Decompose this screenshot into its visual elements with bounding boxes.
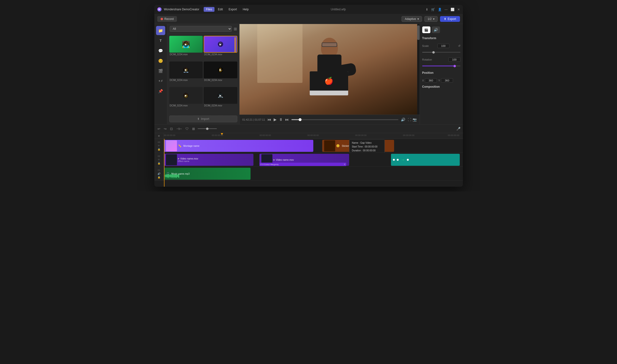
download-icon[interactable]: ⬇ (426, 8, 428, 11)
eye-icon2[interactable]: 👁 (158, 158, 160, 161)
filter-select[interactable]: All (170, 26, 232, 32)
import-button[interactable]: ⬆ Import (169, 116, 237, 122)
progress-thumb (299, 118, 302, 121)
x-label: X (422, 79, 424, 82)
rotation-label: Rotation (422, 58, 432, 61)
scale-label: Scale (422, 44, 429, 47)
rotation-slider[interactable] (422, 65, 460, 66)
progress-bar[interactable] (291, 119, 398, 120)
tab-audio[interactable]: 🔊 (432, 26, 440, 33)
track-row-03: 03 👁 🔒 ✏️ Montage name (154, 139, 463, 153)
import-icon: ⬆ (197, 117, 200, 121)
clip-video3[interactable]: → (391, 154, 460, 166)
trim-button[interactable]: ⊡ (169, 126, 174, 131)
scale-label: 1/2 (428, 17, 432, 21)
speaker-icon[interactable]: 🔊 (158, 172, 160, 175)
list-item[interactable]: 🧑‍💻 ▶ DCIM_0234.mov (169, 36, 203, 61)
wave-bar (172, 174, 172, 178)
y-label: Y (438, 79, 440, 82)
scale-dropdown[interactable]: 1/2 ▾ (424, 16, 438, 22)
adaptive-dropdown[interactable]: Adaptive ▾ (402, 16, 422, 22)
cart-icon[interactable]: 🛒 (431, 8, 435, 11)
wave-bar (175, 175, 175, 177)
redo-button[interactable]: ↪ (163, 126, 167, 131)
scale-value[interactable]: 100 (437, 44, 449, 48)
user-icon[interactable]: 👤 (438, 8, 442, 11)
properties-panel: 🎬 🔊 Transform Scale 100 ↺ Rotation 100 (420, 24, 463, 124)
sidebar-item-media[interactable]: 📁 (156, 26, 165, 35)
pause-icon: II (260, 163, 262, 166)
sidebar-item-captions[interactable]: 💬 (156, 46, 165, 55)
zoom-slider[interactable] (198, 128, 217, 129)
volume-icon[interactable]: 🔊 (401, 117, 405, 122)
eye-icon[interactable]: 👁 (158, 144, 160, 147)
undo-button[interactable]: ↩ (157, 126, 161, 131)
pause-button[interactable]: ⏸ (279, 118, 283, 122)
track-number: 02 (158, 155, 160, 157)
scale-fill (422, 52, 434, 53)
sidebar-item-text[interactable]: T (156, 36, 165, 45)
menu-files[interactable]: Files (204, 7, 215, 12)
skip-back-button[interactable]: ⏮ (267, 118, 271, 122)
lock-icon[interactable]: 🔒 (158, 148, 160, 151)
wave-bar (174, 175, 174, 177)
x-value[interactable]: 360 (425, 78, 437, 83)
x-input-group: X 360 (422, 78, 437, 83)
player-controls: 01:42:21 | 01:07:11 ⏮ ▶ ⏸ ⏭ 🔊 ⛶ (240, 115, 420, 124)
snapshot-icon[interactable]: 📷 (413, 118, 417, 122)
rotation-value[interactable]: 100 (448, 57, 460, 62)
zoom-thumb (206, 128, 208, 130)
wave-bar (176, 174, 177, 178)
sidebar-item-stickers[interactable]: 😊 (156, 56, 165, 65)
close-button[interactable]: ✕ (457, 8, 460, 11)
scale-slider[interactable] (422, 52, 460, 53)
sidebar-item-bookmarks[interactable]: 📌 (156, 87, 165, 96)
y-value[interactable]: 360 (441, 78, 453, 83)
split-button[interactable]: ⊣⊢ (175, 126, 183, 131)
tab-video[interactable]: 🎬 (422, 26, 430, 33)
menu-help[interactable]: Help (240, 7, 251, 12)
wave-bar (171, 175, 171, 177)
maximize-button[interactable]: ⬜ (451, 8, 455, 11)
list-item[interactable]: 💻 ▶ DCIM_0234.mov (204, 87, 237, 112)
clip-music[interactable]: 🎵 Music name.mp3 (164, 168, 251, 180)
add-track-button[interactable]: + (154, 133, 164, 139)
transform-title: Transform (422, 37, 460, 40)
fullscreen-icon[interactable]: ⛶ (408, 118, 411, 122)
scrollbar[interactable] (417, 24, 420, 115)
export-button[interactable]: ⬆ Export (440, 16, 460, 22)
record-button[interactable]: Record (157, 16, 177, 22)
video-preview: 🍎 (240, 24, 420, 115)
sidebar-item-effects[interactable]: ✦✗ (156, 76, 165, 86)
microphone-button[interactable]: 🎤 (456, 127, 460, 131)
motion-dot-2 (397, 159, 399, 161)
list-item[interactable]: 🧑‍💼 ▶ DCIM_0234.mov (169, 62, 203, 86)
lock-icon3[interactable]: 🔒 (158, 176, 160, 179)
play-overlay3: ▶ (183, 67, 188, 73)
center-panel: 🍎 01:42:21 | (240, 24, 420, 124)
menu-edit[interactable]: Edit (215, 7, 225, 12)
sidebar-item-transitions[interactable]: 🎬 (156, 66, 165, 76)
app-logo: W (157, 7, 161, 12)
ruler-marks: 00:00:00:00 00:00:00:00 00:00:00:00 00:0… (164, 133, 463, 139)
clip-montage[interactable]: ✏️ Montage name (164, 140, 314, 152)
scale-reset[interactable]: ↺ (458, 44, 460, 48)
play-overlay2: ▶ (218, 41, 223, 47)
media-grid: 🧑‍💻 ▶ DCIM_0234.mov 🎙 ▶ (167, 34, 239, 114)
menu-export[interactable]: Export (226, 7, 240, 12)
play-button[interactable]: ▶ (274, 118, 277, 122)
rotation-row: Rotation 100 (422, 57, 460, 62)
shield-button[interactable]: 🛡 (185, 126, 189, 131)
lock-icon2[interactable]: 🔒 (158, 162, 160, 165)
minimize-button[interactable]: — (445, 8, 448, 11)
list-item[interactable]: ✋ ▶ DCIM_0234.mov (204, 62, 237, 86)
clip-info: ▶ Video name.mov (273, 158, 294, 161)
clip-video1[interactable]: ▶ Video name.mov Effect name (164, 154, 254, 166)
list-item[interactable]: 🧑 ▶ DCIM_0234.mov (169, 87, 203, 112)
list-item[interactable]: 🎙 ▶ DCIM_0234.mov (204, 36, 237, 61)
skip-forward-button[interactable]: ⏭ (285, 118, 289, 122)
view-icons: ⛶ 📷 (408, 118, 417, 122)
crop-button[interactable]: ⊠ (191, 126, 196, 131)
grid-view-button[interactable]: ⊞ (234, 27, 237, 31)
wave-bar (167, 174, 168, 178)
